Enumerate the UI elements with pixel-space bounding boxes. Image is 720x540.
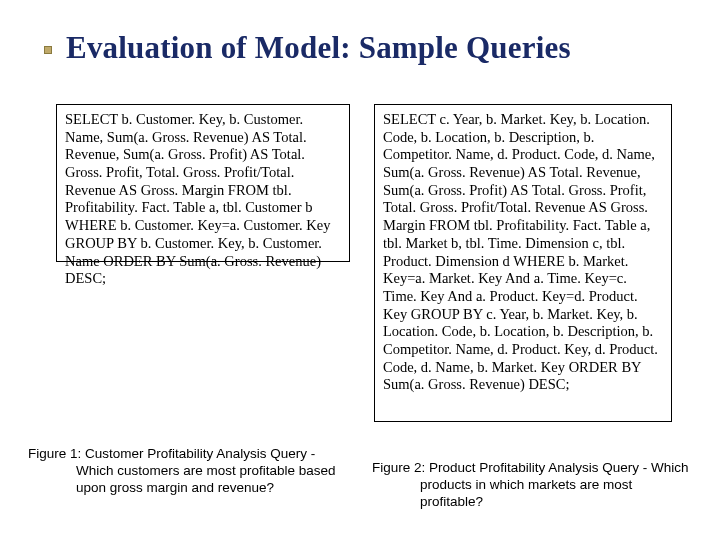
query-left-text: SELECT b. Customer. Key, b. Customer. Na… [65, 111, 331, 286]
figure-1-caption-line3: upon gross margin and revenue? [76, 480, 358, 497]
figure-1-caption-line1: Figure 1: Customer Profitability Analysi… [28, 446, 358, 463]
figure-2-caption-line1: Figure 2: Product Profitability Analysis… [372, 460, 692, 477]
figure-1-caption: Figure 1: Customer Profitability Analysi… [28, 446, 358, 497]
slide: Evaluation of Model: Sample Queries SELE… [0, 0, 720, 540]
title-part-2: Sample Queries [359, 30, 571, 65]
title-bullet-icon [44, 46, 52, 54]
figure-1-caption-line2: Which customers are most profitable base… [76, 463, 358, 480]
figure-2-caption-line3: profitable? [420, 494, 692, 511]
query-right-text: SELECT c. Year, b. Market. Key, b. Locat… [383, 111, 658, 392]
title-separator: : [340, 30, 358, 65]
figure-2-caption-line2: products in which markets are most [420, 477, 692, 494]
slide-title: Evaluation of Model: Sample Queries [66, 30, 571, 66]
title-part-1: Evaluation of Model [66, 30, 340, 65]
figure-2-caption: Figure 2: Product Profitability Analysis… [372, 460, 692, 511]
query-box-right: SELECT c. Year, b. Market. Key, b. Locat… [374, 104, 672, 422]
query-box-left: SELECT b. Customer. Key, b. Customer. Na… [56, 104, 350, 262]
